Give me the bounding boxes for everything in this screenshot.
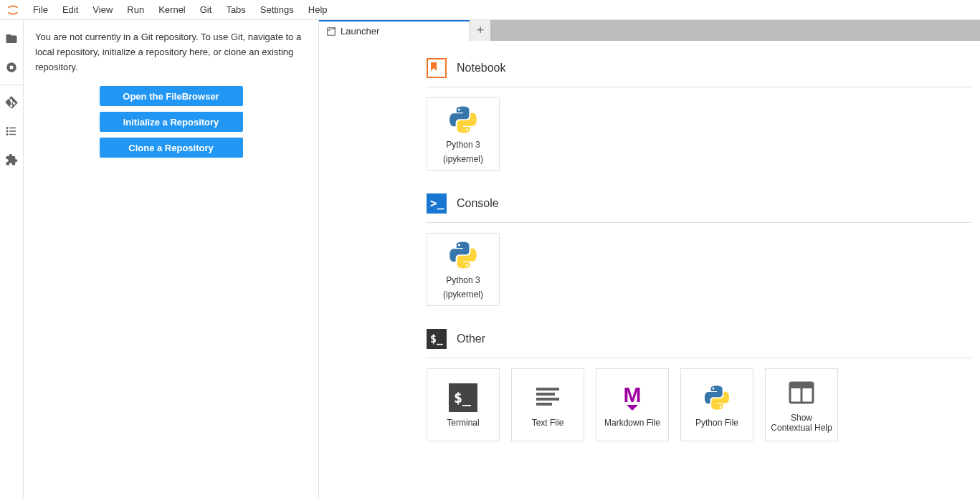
git-message: You are not currently in a Git repositor… bbox=[35, 30, 307, 75]
svg-rect-19 bbox=[536, 403, 552, 406]
tab-launcher-label: Launcher bbox=[341, 26, 379, 37]
card-label: Text File bbox=[532, 418, 564, 428]
menu-run[interactable]: Run bbox=[120, 1, 151, 18]
other-card-textfile[interactable]: Text File bbox=[511, 368, 584, 441]
launcher-tab-icon bbox=[326, 27, 336, 37]
running-icon[interactable] bbox=[0, 53, 24, 82]
other-card-markdown[interactable]: M Markdown File bbox=[596, 368, 669, 441]
clone-repo-button[interactable]: Clone a Repository bbox=[100, 138, 243, 158]
python-icon bbox=[701, 382, 733, 413]
other-card-pythonfile[interactable]: Python File bbox=[680, 368, 753, 441]
terminal-icon: $_ bbox=[447, 382, 479, 413]
menu-kernel[interactable]: Kernel bbox=[151, 1, 193, 18]
svg-rect-22 bbox=[790, 383, 813, 388]
divider bbox=[427, 222, 971, 223]
svg-point-6 bbox=[6, 130, 8, 132]
python-icon bbox=[447, 239, 479, 271]
svg-text:M: M bbox=[624, 383, 642, 406]
toc-icon[interactable] bbox=[0, 117, 24, 145]
menu-settings[interactable]: Settings bbox=[253, 1, 301, 18]
console-section-icon: >_ bbox=[427, 193, 447, 214]
card-label: Python File bbox=[695, 418, 738, 428]
tab-bar: Launcher + bbox=[319, 20, 980, 41]
notebook-card-python3[interactable]: Python 3 (ipykernel) bbox=[427, 97, 500, 171]
new-tab-button[interactable]: + bbox=[470, 20, 490, 41]
section-console: >_ Console Python 3 (ipykernel) bbox=[427, 193, 980, 306]
svg-rect-1 bbox=[10, 66, 14, 70]
svg-rect-8 bbox=[328, 27, 336, 35]
menu-file[interactable]: File bbox=[26, 1, 55, 18]
card-label: Markdown File bbox=[604, 418, 660, 428]
menu-tabs[interactable]: Tabs bbox=[219, 1, 252, 18]
card-label: Python 3 bbox=[446, 275, 480, 285]
main-content: Launcher + Notebook bbox=[319, 20, 980, 498]
init-repo-button[interactable]: Initialize a Repository bbox=[100, 112, 243, 132]
divider bbox=[427, 87, 971, 87]
svg-point-7 bbox=[6, 134, 8, 135]
svg-text:$_: $_ bbox=[454, 389, 472, 406]
console-card-python3[interactable]: Python 3 (ipykernel) bbox=[427, 233, 500, 306]
svg-rect-16 bbox=[536, 388, 559, 391]
svg-rect-18 bbox=[536, 398, 559, 401]
extensions-icon[interactable] bbox=[0, 145, 24, 174]
markdown-icon: M bbox=[617, 382, 648, 413]
section-other: $_ Other $_ Terminal bbox=[427, 329, 980, 441]
help-icon bbox=[786, 377, 817, 408]
jupyter-logo bbox=[6, 3, 20, 17]
card-sublabel: (ipykernel) bbox=[443, 289, 483, 300]
textfile-icon bbox=[532, 382, 563, 413]
other-card-terminal[interactable]: $_ Terminal bbox=[427, 368, 500, 441]
notebook-section-icon bbox=[427, 58, 447, 78]
card-label: Show Contextual Help bbox=[770, 413, 833, 434]
card-sublabel: (ipykernel) bbox=[443, 154, 483, 164]
launcher: Notebook Python 3 (ipykernel) bbox=[319, 41, 980, 498]
other-card-contextual-help[interactable]: Show Contextual Help bbox=[765, 368, 838, 441]
folder-icon[interactable] bbox=[0, 24, 24, 53]
svg-point-5 bbox=[6, 128, 8, 129]
card-label: Python 3 bbox=[446, 140, 480, 150]
section-notebook: Notebook Python 3 (ipykernel) bbox=[427, 58, 980, 171]
git-panel: You are not currently in a Git repositor… bbox=[24, 20, 319, 498]
menu-help[interactable]: Help bbox=[301, 1, 335, 18]
python-icon bbox=[447, 104, 479, 135]
menu-edit[interactable]: Edit bbox=[55, 1, 85, 18]
other-section-title: Other bbox=[457, 332, 485, 345]
svg-text:>_: >_ bbox=[430, 196, 444, 210]
divider bbox=[427, 358, 971, 358]
activity-bar bbox=[0, 20, 24, 498]
activity-separator bbox=[0, 85, 24, 85]
notebook-section-title: Notebook bbox=[457, 62, 506, 75]
console-section-title: Console bbox=[457, 197, 499, 210]
menu-view[interactable]: View bbox=[85, 1, 120, 18]
other-section-icon: $_ bbox=[427, 329, 447, 349]
card-label: Terminal bbox=[447, 418, 479, 428]
svg-text:$_: $_ bbox=[430, 332, 444, 345]
menubar: File Edit View Run Kernel Git Tabs Setti… bbox=[0, 0, 980, 20]
menu-git[interactable]: Git bbox=[193, 1, 219, 18]
svg-rect-17 bbox=[536, 393, 555, 396]
open-filebrowser-button[interactable]: Open the FileBrowser bbox=[100, 86, 243, 106]
git-icon[interactable] bbox=[0, 88, 24, 117]
tab-launcher[interactable]: Launcher bbox=[319, 20, 470, 41]
